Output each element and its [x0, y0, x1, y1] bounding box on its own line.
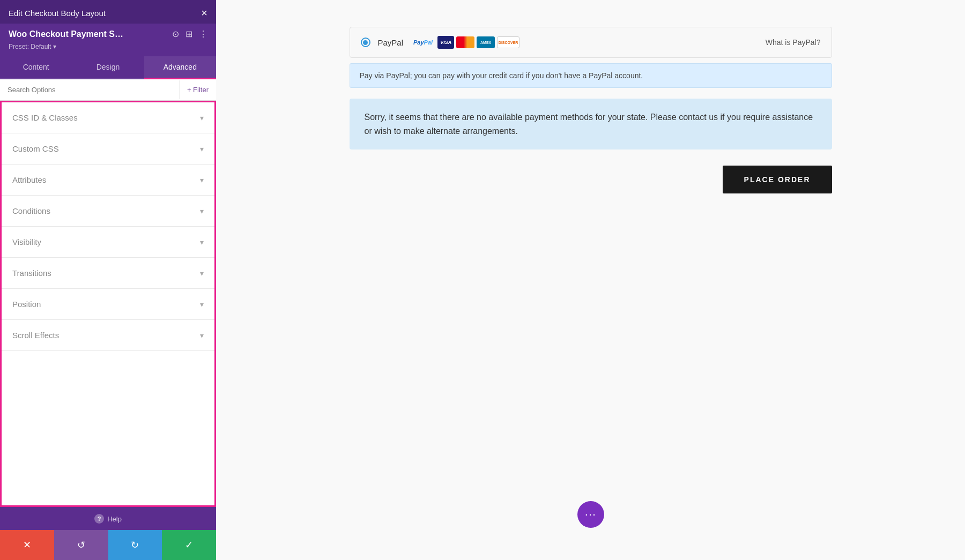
chevron-down-icon: ▾ — [200, 269, 204, 278]
section-conditions: Conditions ▾ — [2, 196, 214, 227]
cancel-icon: ✕ — [23, 539, 31, 551]
section-label: Visibility — [12, 237, 41, 247]
module-icons: ⊙ ⊞ ⋮ — [172, 29, 207, 39]
section-label: Transitions — [12, 268, 51, 278]
section-label: CSS ID & Classes — [12, 113, 78, 122]
action-bar: ✕ ↺ ↻ ✓ — [0, 530, 216, 560]
section-header-attributes[interactable]: Attributes ▾ — [2, 165, 214, 195]
tab-content[interactable]: Content — [0, 56, 72, 79]
tabs-bar: Content Design Advanced — [0, 56, 216, 79]
close-button[interactable]: × — [201, 8, 207, 18]
section-header-transitions[interactable]: Transitions ▾ — [2, 258, 214, 288]
paypal-logos: PayPal VISA AMEX DISCOVER — [411, 36, 519, 49]
section-header-custom-css[interactable]: Custom CSS ▾ — [2, 133, 214, 164]
bottom-bar: ? Help — [0, 507, 216, 530]
what-is-paypal-link[interactable]: What is PayPal? — [766, 38, 821, 47]
help-label: Help — [107, 515, 122, 523]
section-transitions: Transitions ▾ — [2, 258, 214, 289]
tab-design[interactable]: Design — [72, 56, 144, 79]
no-payment-notice: Sorry, it seems that there are no availa… — [350, 99, 832, 150]
section-header-position[interactable]: Position ▾ — [2, 289, 214, 319]
section-header-conditions[interactable]: Conditions ▾ — [2, 196, 214, 226]
search-bar: + Filter — [0, 79, 216, 101]
chevron-down-icon: ▾ — [200, 114, 204, 122]
chevron-down-icon: ▾ — [200, 300, 204, 309]
section-label: Custom CSS — [12, 144, 59, 153]
help-button[interactable]: ? Help — [94, 514, 122, 524]
chevron-down-icon: ▾ — [200, 145, 204, 153]
redo-icon: ↻ — [131, 539, 139, 551]
preset-line: Preset: Default ▾ — [0, 39, 216, 56]
checkout-container: PayPal PayPal VISA AMEX DISCOVER What is… — [350, 27, 832, 193]
section-attributes: Attributes ▾ — [2, 165, 214, 196]
section-header-css-id-classes[interactable]: CSS ID & Classes ▾ — [2, 102, 214, 133]
panel-header: Edit Checkout Body Layout × — [0, 0, 216, 24]
save-button[interactable]: ✓ — [162, 530, 216, 560]
place-order-button[interactable]: PLACE ORDER — [723, 166, 832, 193]
save-icon: ✓ — [185, 539, 193, 551]
dots-icon: ··· — [585, 507, 596, 521]
undo-button[interactable]: ↺ — [54, 530, 108, 560]
paypal-pp-logo: PayPal — [411, 36, 435, 49]
paypal-left: PayPal PayPal VISA AMEX DISCOVER — [361, 36, 520, 49]
left-panel: Edit Checkout Body Layout × Woo Checkout… — [0, 0, 216, 560]
floating-dots-button[interactable]: ··· — [577, 501, 604, 528]
paypal-description: Pay via PayPal; you can pay with your cr… — [350, 63, 832, 88]
section-header-visibility[interactable]: Visibility ▾ — [2, 227, 214, 257]
filter-button[interactable]: + Filter — [179, 80, 216, 99]
amex-logo: AMEX — [477, 36, 495, 48]
chevron-down-icon: ▾ — [200, 176, 204, 184]
preset-label[interactable]: Preset: Default ▾ — [9, 43, 56, 50]
help-icon: ? — [94, 514, 104, 524]
section-custom-css: Custom CSS ▾ — [2, 133, 214, 165]
tab-advanced[interactable]: Advanced — [144, 56, 216, 79]
section-label: Scroll Effects — [12, 331, 59, 340]
section-css-id-classes: CSS ID & Classes ▾ — [2, 102, 214, 133]
module-name: Woo Checkout Payment Se... — [9, 29, 127, 39]
search-input[interactable] — [0, 79, 179, 100]
undo-icon: ↺ — [77, 539, 85, 551]
section-label: Conditions — [12, 206, 50, 215]
chevron-down-icon: ▾ — [200, 207, 204, 215]
panel-title: Edit Checkout Body Layout — [9, 9, 106, 18]
radio-dot-inner — [363, 40, 368, 45]
more-options-icon[interactable]: ⋮ — [199, 29, 207, 39]
mastercard-logo — [456, 36, 474, 48]
right-content: PayPal PayPal VISA AMEX DISCOVER What is… — [216, 0, 965, 560]
columns-icon[interactable]: ⊞ — [185, 29, 192, 39]
section-label: Attributes — [12, 175, 46, 184]
paypal-section: PayPal PayPal VISA AMEX DISCOVER What is… — [350, 27, 832, 58]
section-visibility: Visibility ▾ — [2, 227, 214, 258]
focus-icon[interactable]: ⊙ — [172, 29, 179, 39]
cancel-button[interactable]: ✕ — [0, 530, 54, 560]
options-area: CSS ID & Classes ▾ Custom CSS ▾ Attribut… — [0, 101, 216, 507]
paypal-radio[interactable] — [361, 38, 370, 47]
chevron-down-icon: ▾ — [200, 331, 204, 340]
module-info: Woo Checkout Payment Se... ⊙ ⊞ ⋮ — [0, 24, 216, 39]
chevron-down-icon: ▾ — [200, 238, 204, 247]
paypal-label: PayPal — [378, 38, 404, 47]
section-position: Position ▾ — [2, 289, 214, 320]
discover-logo: DISCOVER — [497, 36, 519, 48]
visa-logo: VISA — [437, 36, 454, 49]
section-header-scroll-effects[interactable]: Scroll Effects ▾ — [2, 320, 214, 350]
section-scroll-effects: Scroll Effects ▾ — [2, 320, 214, 351]
section-label: Position — [12, 300, 41, 309]
redo-button[interactable]: ↻ — [108, 530, 162, 560]
